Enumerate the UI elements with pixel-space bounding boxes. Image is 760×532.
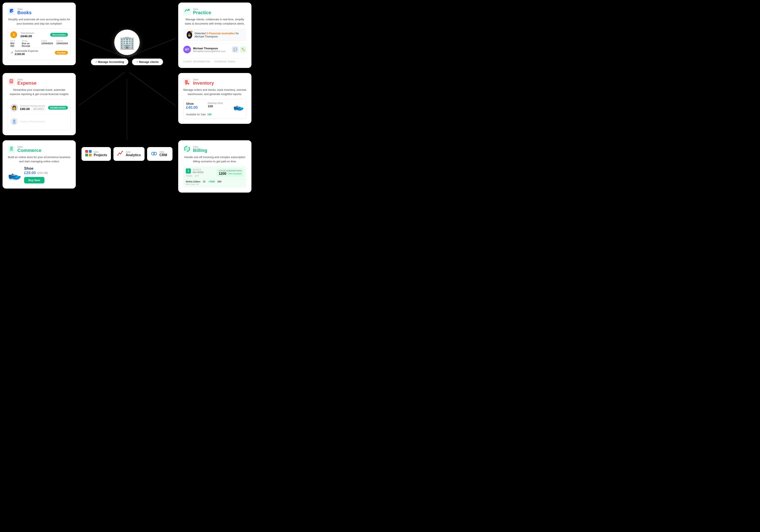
chat-button[interactable]: 💬 [232,46,238,53]
billing-title: Billing [193,148,207,153]
crm-title: CRM [159,153,167,157]
manage-buttons-group: ✓ Manage Accounting ✓ Manage clients [91,58,163,66]
manage-clients-button[interactable]: ✓ Manage clients [132,58,163,66]
mid-center-cell [78,71,176,138]
terms-label: Terms [22,40,38,42]
inventory-card-cell: Zoho Inventory Manage orders and stocks,… [176,71,254,138]
emp-label-1: Employee Reimbursement [20,105,46,107]
inventory-product-info: Shoe £40.00 [186,102,198,110]
emp-info-1: Employee Reimbursement £90.00 ER-03972 [20,105,46,111]
analytics-name: Zoho Analytics [126,151,141,157]
reimbursement-row-2: 👤 Employee Reimbursement [10,114,68,127]
inv-available-num: 100 [208,113,212,116]
billing-product-name: Zoho Billing [193,146,207,153]
commerce-price: £29.00 [24,171,36,175]
crm-icon [151,150,157,158]
inventory-top-row: Shoe £40.00 Opening Stock 100 👟 [186,102,244,112]
receivables-badge: Receivables [50,33,68,37]
billing-mini-box: Z INVOICE INV-00102 ITEMS QTY ACTIVE [183,166,246,187]
inventory-shoe-icon: 👟 [232,101,245,113]
expense-product-name: Zoho Expense [17,78,37,85]
client-tabs: CLIENT INFORMATION Overdue Tasks [183,58,246,63]
tab-overdue-tasks[interactable]: Overdue Tasks [214,60,235,63]
crm-app-card[interactable]: Zoho CRM [147,147,172,161]
crm-name: Zoho CRM [159,151,167,157]
inventory-header: Zoho Inventory [183,78,246,86]
check-icon-accounting: ✓ [95,60,98,64]
inv-available: Available for Sale 100 [186,113,244,116]
inventory-product-box: Shoe £40.00 Opening Stock 100 👟 Availabl… [183,99,246,119]
tab-client-information[interactable]: CLIENT INFORMATION [183,60,210,63]
building-circle: 🏢 [114,29,140,55]
expense-arrow-icon: ↗ [10,51,13,55]
commerce-product-info: Shoe £29.00 (25% Off) Buy Now [24,166,71,183]
books-product-name: Zoho Books [17,8,31,15]
invoice-top-row: Z Total Amount £640.00 Receivables [10,31,68,38]
client-email: Michaelthompson@MTech.com [193,50,232,53]
billing-row-amount: £80 [217,180,221,183]
due-label: Due on [56,40,68,42]
practice-card: Zoho Practice Manage clients, collaborat… [178,3,252,68]
due-detail: Due on 14/04/2024 [56,40,68,47]
commerce-logo-icon [8,145,15,153]
svg-point-38 [154,152,157,155]
inventory-title: Inventory [193,81,214,85]
billing-row-status: • PAID [208,180,215,183]
billing-row-item: Mothly Edition [186,180,200,183]
svg-rect-31 [85,154,88,156]
svg-point-33 [118,155,119,156]
manage-accounting-button[interactable]: ✓ Manage Accounting [91,58,128,66]
reimbursed-badge-1: REIMBURSED [48,106,68,110]
practice-description: Manage clients, collaborate in real-time… [183,17,246,25]
expense-card: Zoho Expense Streamline your corporate t… [3,73,76,135]
invoice-avatar: Z [10,31,17,38]
commerce-shoe-icon: 👟 [6,167,22,182]
books-invoice-box: Z Total Amount £640.00 Receivables Inv #… [8,28,71,60]
billing-active-tag: +23% Increased [227,173,241,175]
projects-app-card[interactable]: Zoho Projects [81,147,111,161]
books-card-cell: Zoho Books Simplify and automate all cor… [0,0,78,71]
billing-item-row: Mothly Edition 01 • PAID £80 [186,180,244,183]
bottom-apps-row: Zoho Projects Zoho Analytics [81,147,172,161]
billing-active-count: 1200 [218,172,226,176]
bot-center-cell: Zoho Projects Zoho Analytics [78,138,176,195]
emp-avatar-2: 👤 [10,118,18,125]
svg-point-21 [187,83,189,84]
billing-row-qty: 01 [203,180,206,183]
billing-active-box: ACTIVE SUBSCRIPTIONS 1200 +23% Increased [216,169,244,177]
invoice-total-info: Total Amount £640.00 [21,32,34,38]
billing-card-cell: Zoho Billing Handle one-off invoicing an… [176,138,254,195]
analytics-icon [117,150,123,158]
buy-now-button[interactable]: Buy Now [24,177,44,183]
svg-rect-11 [183,8,191,15]
billing-z-logo: Z [186,169,191,173]
expense-amount: £100.00 [15,53,38,56]
books-logo-icon [8,8,15,15]
expense-header: Zoho Expense [8,78,71,86]
svg-point-10 [12,11,13,12]
books-description: Simplify and automate all core accountin… [8,17,71,25]
svg-rect-32 [89,154,92,156]
edit-button[interactable]: ✏️ [240,46,246,53]
billing-inv-details: INVOICE INV-00102 [193,169,204,173]
svg-point-34 [119,153,120,154]
books-card: Zoho Books Simplify and automate all cor… [3,3,76,65]
emp-amount-row: £90.00 ER-03972 [20,107,46,111]
expense-reimbursements: 👩 Employee Reimbursement £90.00 ER-03972… [8,99,71,130]
practice-title: Practice [193,10,211,15]
projects-name: Zoho Projects [94,151,107,157]
analytics-app-card[interactable]: Zoho Analytics [114,147,145,161]
building-icon: 🏢 [119,35,135,50]
payable-badge: Payable [55,51,68,55]
expense-info: Automobile Expense £100.00 [15,50,38,56]
svg-rect-25 [10,147,13,148]
total-label: Total Amount [21,32,34,34]
billing-row: Mothly Edition 01 • PAID £80 Plan Code: … [186,179,244,185]
anomaly-icon: 🔒 [187,31,192,39]
billing-items-label: ITEMS [186,175,192,177]
practice-header: Zoho Practice [183,8,246,15]
billing-plan-code: Plan Code: 123 [186,183,244,185]
expense-title: Expense [17,81,37,85]
books-title: Books [17,10,31,15]
commerce-product-box: 👟 Shoe £29.00 (25% Off) Buy Now [8,166,71,183]
